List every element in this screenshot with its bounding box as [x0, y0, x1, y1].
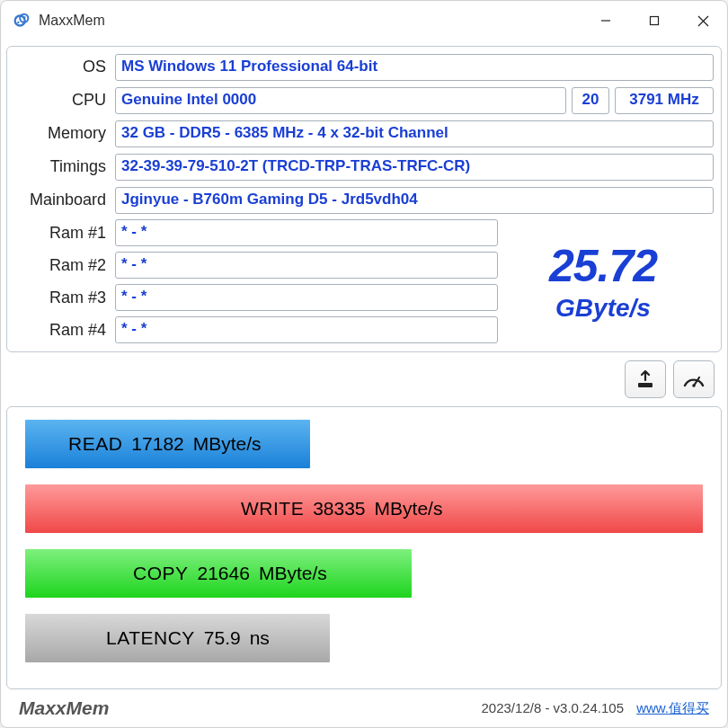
copy-unit: MByte/s: [259, 563, 327, 584]
footer-version: v3.0.24.105: [554, 700, 624, 715]
ram2-row: Ram #2 * - *: [14, 249, 498, 281]
minimize-icon: [600, 15, 611, 26]
read-label: READ: [68, 433, 122, 455]
ram4-value: * - *: [115, 316, 498, 343]
svg-point-2: [17, 22, 19, 23]
read-value: 17182: [131, 433, 183, 455]
ram3-value: * - *: [115, 284, 498, 311]
window-controls: [582, 1, 727, 40]
footer: MaxxMem 2023/12/8 - v3.0.24.105 www.值得买: [6, 689, 722, 727]
window-title: MaxxMem: [39, 13, 105, 29]
app-window: MaxxMem OS MS Windows 11 Professional 64…: [0, 0, 728, 728]
ram2-label: Ram #2: [14, 256, 115, 275]
mainboard-value: Jginyue - B760m Gaming D5 - Jrd5vdh04: [115, 187, 714, 214]
write-bar-row: WRITE 38335 MByte/s: [25, 484, 703, 533]
svg-rect-5: [651, 17, 659, 25]
footer-link[interactable]: www.值得买: [636, 700, 709, 715]
memory-row: Memory 32 GB - DDR5 - 6385 MHz - 4 x 32-…: [14, 117, 714, 150]
timings-value: 32-39-39-79-510-2T (TRCD-TRP-TRAS-TRFC-C…: [115, 154, 714, 181]
footer-date: 2023/12/8: [482, 700, 542, 715]
svg-rect-8: [638, 383, 653, 387]
read-bar-row: READ 17182 MByte/s: [25, 420, 703, 468]
timings-row: Timings 32-39-39-79-510-2T (TRCD-TRP-TRA…: [14, 150, 714, 183]
latency-label: LATENCY: [106, 627, 195, 649]
gauge-icon: [682, 369, 706, 389]
svg-point-10: [692, 384, 696, 387]
toolbar: [6, 352, 722, 406]
footer-brand: MaxxMem: [19, 697, 109, 719]
read-bar-text: READ 17182 MByte/s: [25, 420, 262, 468]
overall-score: 25.72 GByte/s: [498, 217, 714, 346]
copy-bar-row: COPY 21646 MByte/s: [25, 549, 703, 598]
os-value: MS Windows 11 Professional 64-bit: [115, 54, 714, 81]
close-button[interactable]: [679, 1, 727, 40]
ram1-label: Ram #1: [14, 224, 115, 243]
copy-value: 21646: [198, 563, 250, 584]
write-unit: MByte/s: [375, 498, 443, 519]
ram4-label: Ram #4: [14, 321, 115, 340]
write-label: WRITE: [241, 498, 304, 519]
content: OS MS Windows 11 Professional 64-bit CPU…: [1, 40, 727, 727]
system-info-panel: OS MS Windows 11 Professional 64-bit CPU…: [6, 46, 722, 352]
latency-bar-row: LATENCY 75.9 ns: [25, 614, 703, 662]
ram3-label: Ram #3: [14, 289, 115, 307]
benchmark-button[interactable]: [673, 360, 715, 398]
app-icon: [12, 11, 31, 31]
copy-label: COPY: [133, 563, 189, 584]
write-value: 38335: [313, 498, 365, 519]
cpu-row: CPU Genuine Intel 0000 20 3791 MHz: [14, 84, 714, 117]
latency-unit: ns: [250, 627, 270, 649]
cpu-label: CPU: [14, 91, 115, 110]
minimize-button[interactable]: [582, 1, 630, 40]
svg-point-3: [24, 16, 26, 18]
os-label: OS: [14, 58, 115, 76]
timings-label: Timings: [14, 157, 115, 176]
ram1-value: * - *: [115, 219, 498, 246]
memory-label: Memory: [14, 124, 115, 143]
maximize-icon: [649, 15, 660, 26]
latency-bar-text: LATENCY 75.9 ns: [25, 614, 270, 662]
benchmark-bars-panel: READ 17182 MByte/s WRITE 38335 MByte/s C…: [6, 406, 722, 689]
footer-right: 2023/12/8 - v3.0.24.105 www.值得买: [482, 700, 710, 717]
upload-button[interactable]: [625, 360, 666, 398]
ram4-row: Ram #4 * - *: [14, 314, 498, 346]
cpu-cores: 20: [572, 87, 609, 114]
cpu-value: Genuine Intel 0000: [115, 87, 566, 114]
os-row: OS MS Windows 11 Professional 64-bit: [14, 50, 714, 84]
score-value: 25.72: [549, 240, 657, 292]
latency-value: 75.9: [204, 627, 241, 649]
maximize-button[interactable]: [630, 1, 679, 40]
mainboard-label: Mainboard: [14, 191, 115, 209]
ram3-row: Ram #3 * - *: [14, 281, 498, 314]
read-unit: MByte/s: [193, 433, 262, 455]
mainboard-row: Mainboard Jginyue - B760m Gaming D5 - Jr…: [14, 183, 714, 217]
score-unit: GByte/s: [555, 294, 651, 323]
upload-icon: [635, 369, 656, 389]
ram1-row: Ram #1 * - *: [14, 217, 498, 249]
close-icon: [697, 15, 709, 27]
ram2-value: * - *: [115, 252, 498, 279]
copy-bar-text: COPY 21646 MByte/s: [25, 549, 327, 598]
ram-area: Ram #1 * - * Ram #2 * - * Ram #3 * - * R…: [14, 217, 714, 346]
write-bar-text: WRITE 38335 MByte/s: [25, 484, 442, 533]
ram-slots: Ram #1 * - * Ram #2 * - * Ram #3 * - * R…: [14, 217, 498, 346]
titlebar: MaxxMem: [1, 1, 727, 40]
memory-value: 32 GB - DDR5 - 6385 MHz - 4 x 32-bit Cha…: [115, 120, 714, 147]
cpu-mhz: 3791 MHz: [615, 87, 714, 114]
